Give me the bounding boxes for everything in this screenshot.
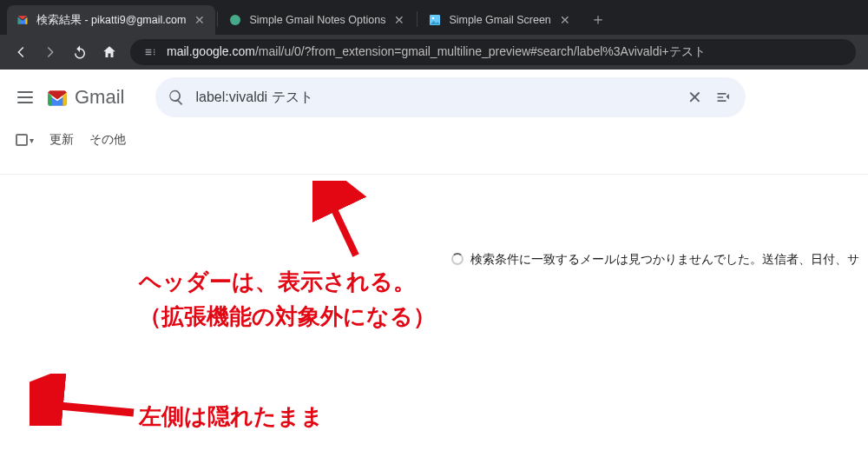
forward-button[interactable] (42, 43, 59, 61)
gmail-logo-icon (45, 88, 69, 107)
url-text: mail.google.com/mail/u/0/?from_extension… (167, 44, 706, 60)
more-link[interactable]: その他 (89, 132, 126, 148)
close-icon[interactable]: ✕ (193, 13, 207, 27)
no-results-message: 検索条件に一致するメールは見つかりませんでした。送信者、日付、サ (451, 252, 868, 268)
clear-search-icon[interactable]: ✕ (685, 88, 704, 107)
search-input[interactable] (195, 89, 674, 105)
select-all-checkbox[interactable]: ▾ (16, 134, 34, 146)
refresh-link[interactable]: 更新 (49, 132, 74, 148)
close-icon[interactable]: ✕ (392, 13, 406, 27)
browser-tab[interactable]: Simple Gmail Notes Options ✕ (220, 5, 415, 35)
gmail-favicon-icon (16, 13, 30, 27)
tab-title: 検索結果 - pikatti9@gmail.com (36, 13, 186, 28)
svg-point-0 (230, 15, 240, 25)
tab-separator (417, 11, 418, 27)
annotation-text: 左側は隠れたまま (139, 401, 324, 432)
extension-favicon-icon (228, 13, 242, 27)
close-icon[interactable]: ✕ (558, 13, 572, 27)
loading-spinner-icon (451, 253, 464, 265)
tab-title: Simple Gmail Notes Options (249, 14, 385, 26)
annotation-arrow-icon (312, 181, 368, 259)
browser-chrome: 検索結果 - pikatti9@gmail.com ✕ Simple Gmail… (0, 0, 868, 70)
gmail-wordmark: Gmail (75, 86, 124, 109)
gmail-logo[interactable]: Gmail (45, 86, 124, 109)
image-favicon-icon (428, 13, 442, 27)
divider (0, 174, 868, 175)
search-box[interactable]: ✕ (155, 77, 746, 117)
tab-separator (217, 11, 218, 27)
address-bar: mail.google.com/mail/u/0/?from_extension… (0, 35, 868, 70)
omnibox[interactable]: mail.google.com/mail/u/0/?from_extension… (130, 39, 856, 65)
annotation-text: ヘッダーは、表示される。 （拡張機能の対象外になる） (139, 264, 436, 335)
annotation-arrow-icon (30, 374, 137, 426)
site-settings-icon[interactable] (142, 44, 158, 60)
browser-tab[interactable]: Simple Gmail Screen ✕ (419, 5, 580, 35)
new-tab-button[interactable]: ＋ (586, 7, 610, 31)
home-button[interactable] (101, 43, 118, 61)
gmail-header: Gmail ✕ (0, 70, 868, 125)
tab-title: Simple Gmail Screen (449, 14, 550, 26)
gmail-app: Gmail ✕ ▾ 更新 その他 検索条件に一致するメールは見つかりませんでした… (0, 70, 868, 464)
back-button[interactable] (12, 43, 30, 61)
main-menu-button[interactable] (14, 87, 35, 108)
tab-strip: 検索結果 - pikatti9@gmail.com ✕ Simple Gmail… (0, 0, 868, 35)
search-icon[interactable] (168, 89, 185, 106)
svg-point-2 (432, 17, 435, 20)
search-options-icon[interactable] (714, 88, 733, 107)
gmail-toolbar: ▾ 更新 その他 (0, 125, 868, 153)
reload-button[interactable] (71, 43, 89, 61)
browser-tab[interactable]: 検索結果 - pikatti9@gmail.com ✕ (7, 5, 215, 35)
